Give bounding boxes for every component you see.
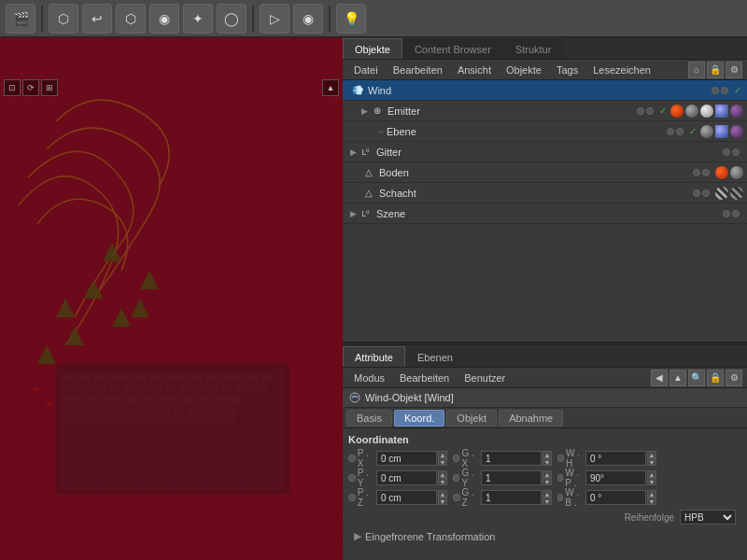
obj-check-wind[interactable]: ✓ <box>732 85 743 96</box>
menu-objekte[interactable]: Objekte <box>499 63 549 77</box>
tab-content-browser[interactable]: Content Browser <box>402 38 503 59</box>
obj-dot-e2[interactable] <box>646 107 654 115</box>
mat-sphere-1[interactable] <box>670 105 684 118</box>
arrow-px-down[interactable]: ▼ <box>438 458 447 466</box>
tab-struktur[interactable]: Struktur <box>503 38 564 59</box>
obj-dot-s2[interactable] <box>702 189 710 197</box>
object-row-gitter[interactable]: ▶ L⁰ Gitter <box>343 142 747 162</box>
arrow-wp-up[interactable]: ▲ <box>647 470 656 478</box>
mat-sphere-e3[interactable] <box>730 125 743 138</box>
mat-sphere-e2[interactable] <box>715 125 728 138</box>
attr-btn-more[interactable]: ⚙ <box>726 370 742 386</box>
input-wh[interactable] <box>585 451 646 466</box>
menu-datei[interactable]: Datei <box>346 63 386 77</box>
mat-sphere-b2[interactable] <box>730 166 743 179</box>
frozen-transformation-row[interactable]: ▶ Eingefrorene Transformation <box>348 526 741 546</box>
toolbar-icon-4[interactable]: ⬡ <box>116 4 146 34</box>
input-px[interactable] <box>376 451 437 466</box>
mat-sphere-5[interactable] <box>730 105 743 118</box>
menu-lesezeichen[interactable]: Lesezeichen <box>585 63 658 77</box>
input-wp[interactable] <box>585 470 646 485</box>
attr-btn-back[interactable]: ◀ <box>651 370 668 386</box>
toolbar-icon-2[interactable]: ⬡ <box>49 4 78 34</box>
dot-gx[interactable] <box>453 455 459 462</box>
menu-settings-btn[interactable]: ⚙ <box>726 62 742 78</box>
obj-dot-bd1[interactable] <box>693 169 700 176</box>
input-gx[interactable] <box>481 451 542 466</box>
input-pz[interactable] <box>376 490 437 505</box>
input-wb[interactable] <box>585 490 646 505</box>
sub-tab-basis[interactable]: Basis <box>346 410 392 427</box>
arrow-pz-down[interactable]: ▼ <box>438 497 447 505</box>
sub-tab-abnahme[interactable]: Abnahme <box>499 410 563 427</box>
dot-px[interactable] <box>348 455 356 462</box>
toolbar-icon-8[interactable]: ▷ <box>260 4 289 34</box>
obj-dot-g1[interactable] <box>723 148 730 156</box>
sub-tab-koord[interactable]: Koord. <box>394 410 444 427</box>
arrow-wb-up[interactable]: ▲ <box>647 490 656 497</box>
arrow-gy-up[interactable]: ▲ <box>543 470 552 478</box>
arrow-gy-down[interactable]: ▼ <box>543 478 552 485</box>
obj-dot-bd2[interactable] <box>702 169 710 176</box>
attr-btn-forward[interactable]: ▲ <box>669 370 686 386</box>
viewport-zoom-fit[interactable]: ⊡ <box>4 79 21 96</box>
arrow-px-up[interactable]: ▲ <box>438 451 447 458</box>
obj-check-ebene[interactable]: ✓ <box>687 126 698 137</box>
arrow-py-down[interactable]: ▼ <box>438 478 447 485</box>
obj-dot-sz2[interactable] <box>732 210 740 217</box>
arrow-py-up[interactable]: ▲ <box>438 470 447 478</box>
arrow-wp-down[interactable]: ▼ <box>647 478 656 485</box>
viewport-3d[interactable]: ▲ ⊡ ⟳ ⊞ <box>0 37 343 560</box>
obj-check-emitter[interactable]: ✓ <box>657 105 669 117</box>
mat-sphere-4[interactable] <box>715 105 728 118</box>
mat-sphere-e1[interactable] <box>700 125 713 138</box>
input-py[interactable] <box>376 470 437 485</box>
obj-dot-s1[interactable] <box>693 189 700 197</box>
arrow-gz-down[interactable]: ▼ <box>543 497 552 505</box>
mat-sphere-s2[interactable] <box>730 187 743 200</box>
attr-btn-lock[interactable]: 🔒 <box>707 370 724 386</box>
attr-menu-modus[interactable]: Modus <box>346 371 392 385</box>
menu-home-btn[interactable]: ⌂ <box>688 62 705 78</box>
tab-attribute[interactable]: Attribute <box>343 346 405 367</box>
menu-lock-btn[interactable]: 🔒 <box>707 62 724 78</box>
arrow-wh-down[interactable]: ▼ <box>647 458 656 466</box>
obj-dot-b1[interactable] <box>667 128 674 135</box>
arrow-wh-up[interactable]: ▲ <box>647 451 656 458</box>
arrow-pz-up[interactable]: ▲ <box>438 490 447 497</box>
tab-objekte[interactable]: Objekte <box>343 38 402 59</box>
mat-sphere-b1[interactable] <box>715 166 728 179</box>
arrow-gx-down[interactable]: ▼ <box>543 458 552 466</box>
dot-gz[interactable] <box>453 494 460 501</box>
arrow-gx-up[interactable]: ▲ <box>543 451 552 458</box>
obj-dot-e1[interactable] <box>637 107 644 115</box>
dot-pz[interactable] <box>348 494 356 501</box>
sub-tab-objekt[interactable]: Objekt <box>446 410 497 427</box>
arrow-gz-up[interactable]: ▲ <box>543 490 552 497</box>
object-row-emitter[interactable]: ▶ ⊕ Emitter ✓ <box>343 101 747 121</box>
mat-sphere-3[interactable] <box>700 105 713 118</box>
mat-sphere-s1[interactable] <box>715 187 728 200</box>
object-row-boden[interactable]: △ Boden <box>343 162 747 183</box>
viewport-nav-arrows[interactable]: ⟳ <box>22 79 39 96</box>
dot-py[interactable] <box>348 474 356 482</box>
toolbar-icon-6[interactable]: ✦ <box>183 4 213 34</box>
attr-menu-bearbeiten[interactable]: Bearbeiten <box>392 371 457 385</box>
obj-dot-sz1[interactable] <box>723 210 730 217</box>
reihenfolge-select[interactable]: HPB <box>680 510 736 525</box>
toolbar-icon-1[interactable]: 🎬 <box>6 4 35 34</box>
dot-wh[interactable] <box>557 455 564 462</box>
toolbar-icon-5[interactable]: ◉ <box>149 4 179 34</box>
attr-menu-benutzer[interactable]: Benutzer <box>457 371 513 385</box>
obj-dot-g2[interactable] <box>732 148 740 156</box>
tab-ebenen[interactable]: Ebenen <box>405 346 465 367</box>
input-gz[interactable] <box>481 490 542 505</box>
obj-dot-1[interactable] <box>712 87 719 94</box>
viewport-nav-up[interactable]: ▲ <box>322 79 339 96</box>
dot-gy[interactable] <box>453 474 459 482</box>
attr-btn-search[interactable]: 🔍 <box>688 370 705 386</box>
obj-dot-2[interactable] <box>721 87 728 94</box>
dot-wb[interactable] <box>557 494 563 501</box>
menu-tags[interactable]: Tags <box>549 63 585 77</box>
object-row-szene[interactable]: ▶ L⁰ Szene <box>343 203 747 224</box>
